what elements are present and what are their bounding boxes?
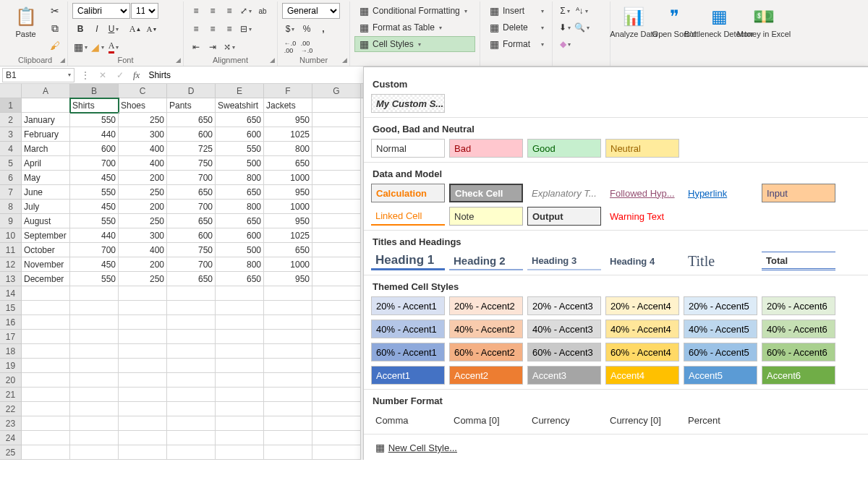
cell[interactable]: 600 (167, 127, 216, 142)
cell[interactable] (216, 445, 264, 460)
cell[interactable]: 650 (216, 272, 264, 286)
cell[interactable]: 650 (216, 113, 264, 127)
style-accent2[interactable]: Accent2 (449, 366, 523, 385)
merge-button[interactable]: ⊟▾ (238, 21, 254, 37)
style-hyperlink[interactable]: Hyperlink (684, 184, 757, 202)
cell[interactable] (22, 373, 70, 388)
cell[interactable]: 440 (70, 127, 119, 142)
cell[interactable] (264, 416, 312, 431)
cell[interactable] (22, 431, 70, 445)
cell[interactable]: March (22, 142, 70, 156)
cell[interactable] (22, 98, 70, 113)
increase-decimal-button[interactable]: ←.0.00 (282, 39, 298, 55)
cell[interactable] (312, 228, 361, 243)
cell[interactable]: 650 (264, 243, 312, 257)
cell[interactable] (312, 445, 361, 460)
cell[interactable]: 250 (119, 113, 167, 127)
cell[interactable] (119, 359, 167, 373)
cell[interactable] (119, 286, 167, 301)
style-20%-accent5[interactable]: 20% - Accent5 (684, 296, 757, 315)
cell[interactable] (167, 431, 216, 445)
style-numfmt-currency-0-[interactable]: Currency [0] (605, 411, 679, 429)
number-dialog-launcher[interactable]: ◢ (342, 56, 347, 64)
align-bottom-button[interactable]: ≡ (221, 3, 237, 19)
style-accent5[interactable]: Accent5 (684, 366, 757, 385)
cell[interactable] (264, 301, 312, 315)
delete-button[interactable]: ▦Delete▾ (485, 20, 548, 35)
cell[interactable]: 300 (119, 127, 167, 142)
cell[interactable] (22, 315, 70, 330)
cell[interactable] (216, 330, 264, 344)
cell[interactable]: Shirts (70, 98, 119, 113)
clipboard-dialog-launcher[interactable]: ◢ (60, 56, 65, 64)
cell[interactable] (119, 344, 167, 359)
cell[interactable]: November (22, 257, 70, 272)
style-60%-accent5[interactable]: 60% - Accent5 (684, 343, 757, 361)
cell[interactable] (22, 416, 70, 431)
cell[interactable]: 1000 (264, 171, 312, 185)
row-header[interactable]: 8 (0, 200, 22, 214)
cell[interactable] (70, 315, 119, 330)
style-accent3[interactable]: Accent3 (527, 366, 601, 385)
cell[interactable] (167, 402, 216, 416)
cell[interactable] (167, 301, 216, 315)
style-40%-accent3[interactable]: 40% - Accent3 (527, 320, 601, 338)
style-linked-cell[interactable]: Linked Cell (371, 207, 445, 226)
sort-filter-button[interactable]: ᴬ↓▾ (574, 3, 590, 19)
currency-button[interactable]: $▾ (282, 21, 298, 37)
cell[interactable] (312, 185, 361, 200)
font-size-select[interactable]: 11 (131, 3, 158, 19)
cell[interactable] (216, 416, 264, 431)
row-header[interactable]: 23 (0, 416, 22, 431)
style-followed-hyperlink[interactable]: Followed Hyp... (605, 184, 679, 202)
row-header[interactable]: 19 (0, 359, 22, 373)
cell[interactable] (216, 301, 264, 315)
col-header-G[interactable]: G (312, 84, 361, 98)
cell[interactable] (22, 330, 70, 344)
cell[interactable]: 1025 (264, 228, 312, 243)
clear-button[interactable]: ◆▾ (557, 36, 573, 52)
row-header[interactable]: 12 (0, 257, 22, 272)
style-check-cell[interactable]: Check Cell (449, 184, 523, 202)
insert-button[interactable]: ▦Insert▾ (485, 3, 548, 19)
cell[interactable]: 800 (216, 171, 264, 185)
cell[interactable]: 700 (167, 171, 216, 185)
cell[interactable] (22, 344, 70, 359)
cell[interactable] (22, 388, 70, 402)
col-header-E[interactable]: E (216, 84, 264, 98)
style-normal[interactable]: Normal (371, 139, 445, 158)
cell[interactable] (264, 286, 312, 301)
cell[interactable] (22, 359, 70, 373)
cell[interactable] (70, 416, 119, 431)
cell[interactable] (264, 330, 312, 344)
cell[interactable]: February (22, 127, 70, 142)
cell[interactable]: 650 (264, 156, 312, 171)
cell[interactable]: 1025 (264, 127, 312, 142)
style-input[interactable]: Input (762, 184, 835, 202)
cell[interactable] (216, 388, 264, 402)
cell[interactable]: 650 (167, 272, 216, 286)
cell[interactable] (216, 286, 264, 301)
cell[interactable] (312, 156, 361, 171)
cell[interactable]: 550 (70, 113, 119, 127)
fx-check-button[interactable]: ✓ (111, 70, 129, 80)
orientation-button[interactable]: ⤢▾ (238, 3, 254, 19)
cell[interactable]: Shoes (119, 98, 167, 113)
style-numfmt-comma-0-[interactable]: Comma [0] (449, 411, 523, 429)
cell[interactable]: 200 (119, 257, 167, 272)
row-header[interactable]: 3 (0, 127, 22, 142)
cell[interactable]: 300 (119, 228, 167, 243)
cell[interactable]: 950 (264, 272, 312, 286)
style-heading4[interactable]: Heading 4 (605, 252, 679, 270)
cell[interactable] (167, 286, 216, 301)
style-output[interactable]: Output (527, 207, 601, 226)
number-format-select[interactable]: General (282, 3, 340, 19)
style-20%-accent1[interactable]: 20% - Accent1 (371, 296, 445, 315)
cell[interactable] (312, 315, 361, 330)
cell[interactable]: 440 (70, 228, 119, 243)
cell[interactable] (119, 402, 167, 416)
increase-indent-button[interactable]: ⇥ (205, 39, 221, 55)
new-cell-style-button[interactable]: ▦ New Cell Style... (367, 439, 464, 456)
style-explanatory[interactable]: Explanatory T... (527, 184, 601, 202)
cell[interactable]: 950 (264, 185, 312, 200)
